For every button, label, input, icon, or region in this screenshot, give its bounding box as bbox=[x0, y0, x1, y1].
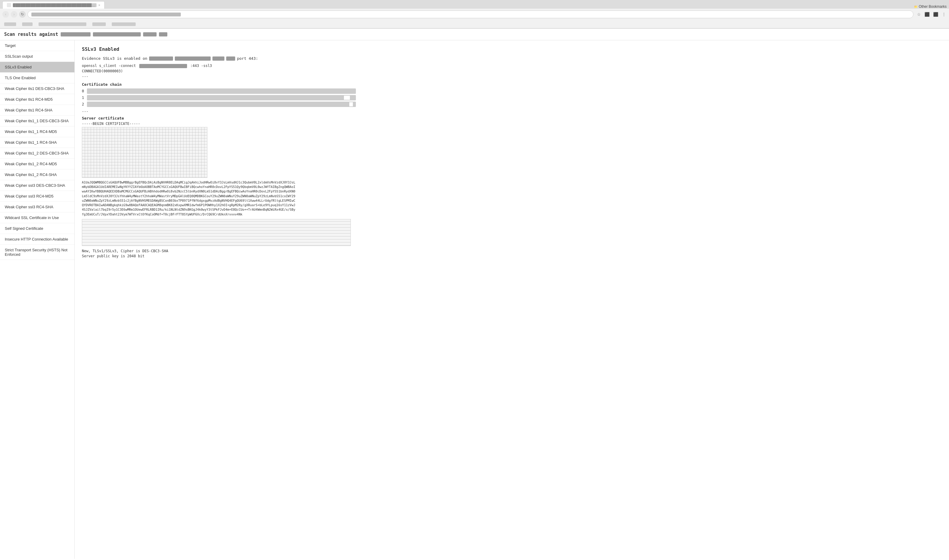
bookmark-item-3[interactable] bbox=[37, 22, 88, 26]
sidebar-item-hsts[interactable]: Strict Transport Security (HSTS) Not Enf… bbox=[0, 245, 74, 260]
scan-target-redacted-4 bbox=[159, 32, 167, 37]
evidence-target-2 bbox=[175, 57, 211, 61]
evidence-prefix: Evidence SSLv3 is enabled on bbox=[82, 56, 147, 61]
cert-text-block: A1UaJQQWMBQGCCsGAQUFBwMBBggrBgEFBQcDAjAz… bbox=[82, 180, 297, 217]
cert-chain-index-1: 1 bbox=[82, 95, 84, 100]
bookmark-item-5[interactable] bbox=[110, 22, 137, 26]
tab-close-icon[interactable]: × bbox=[98, 3, 100, 7]
sidebar-item-target[interactable]: Target bbox=[0, 40, 74, 51]
cert-image-block bbox=[82, 127, 208, 178]
scan-target-redacted-2 bbox=[93, 32, 141, 37]
bookmark-star-icon[interactable]: ☆ bbox=[917, 11, 921, 17]
toolbar-icons: ☆ ⬛ ⬛ ⋮ bbox=[917, 11, 947, 17]
evidence-target-3 bbox=[212, 57, 225, 61]
bookmark-item-4[interactable] bbox=[91, 22, 108, 26]
cert-bottom-block bbox=[82, 219, 351, 246]
cert-chain-row-0: 0 bbox=[82, 88, 942, 94]
scan-header-text: Scan results against bbox=[4, 32, 58, 37]
divider-line-2: --- bbox=[82, 109, 942, 114]
command-line: openssl s_client -connect :443 -ssl3 bbox=[82, 63, 942, 68]
content-area: Target SSLScan output SSLv3 Enabled TLS … bbox=[0, 40, 949, 559]
bookmark-item-1[interactable] bbox=[2, 22, 18, 26]
sidebar-item-weak-tls1-rc4sha[interactable]: Weak Cipher tls1 RC4-SHA bbox=[0, 105, 74, 115]
cert-chain-label: Certificate chain bbox=[82, 82, 942, 87]
reload-button[interactable]: ↻ bbox=[19, 11, 26, 18]
cert-chain-bar-0 bbox=[87, 88, 356, 94]
sidebar-item-sslv3-enabled[interactable]: SSLv3 Enabled bbox=[0, 62, 74, 72]
command-target-redacted bbox=[139, 64, 187, 68]
menu-icon[interactable]: ⋮ bbox=[941, 11, 947, 17]
bookmarks-bar bbox=[0, 20, 949, 28]
browser-chrome: ████████████████████████████████████████… bbox=[0, 0, 949, 29]
cert-chain-bar-1 bbox=[87, 95, 356, 100]
browser-toolbar: ‹ › ↻ ☆ ⬛ ⬛ ⋮ bbox=[0, 9, 949, 20]
sidebar-item-weak-tls1-rc4md5[interactable]: Weak Cipher tls1 RC4-MD5 bbox=[0, 94, 74, 105]
begin-cert: -----BEGIN CERTIFICATE----- bbox=[82, 122, 942, 126]
section-title: SSLv3 Enabled bbox=[82, 46, 942, 52]
sidebar-item-weak-ssl3-rc4md5[interactable]: Weak Cipher ssl3 RC4-MD5 bbox=[0, 191, 74, 202]
other-bookmarks[interactable]: 📁 Other Bookmarks bbox=[914, 5, 947, 9]
cert-chain-section: Certificate chain 0 1 2 bbox=[82, 82, 942, 107]
forward-button[interactable]: › bbox=[11, 11, 17, 18]
sidebar-item-wildcard-ssl[interactable]: Wildcard SSL Certificate in Use bbox=[0, 212, 74, 223]
back-button[interactable]: ‹ bbox=[2, 11, 9, 18]
sidebar-item-weak-ssl3-rc4sha[interactable]: Weak Cipher ssl3 RC4-SHA bbox=[0, 202, 74, 212]
cert-chain-row-2: 2 bbox=[82, 102, 942, 107]
scan-target-redacted-1 bbox=[61, 32, 91, 37]
cert-chain-index-0: 0 bbox=[82, 89, 84, 93]
bookmark-item-2[interactable] bbox=[20, 22, 34, 26]
sidebar-item-weak-tls11-des[interactable]: Weak Cipher tls1_1 DES-CBC3-SHA bbox=[0, 115, 74, 126]
active-tab[interactable]: ████████████████████████████████████████… bbox=[2, 1, 105, 9]
sidebar-item-weak-ssl3-des[interactable]: Weak Cipher ssl3 DES-CBC3-SHA bbox=[0, 180, 74, 191]
extensions-icon[interactable]: ⬛ bbox=[932, 11, 939, 17]
sidebar-item-tls-one-enabled[interactable]: TLS One Enabled bbox=[0, 72, 74, 83]
sidebar-item-weak-tls12-rc4md5[interactable]: Weak Cipher tls1_2 RC4-MD5 bbox=[0, 158, 74, 169]
cast-icon[interactable]: ⬛ bbox=[924, 11, 930, 17]
sidebar-item-self-signed[interactable]: Self Signed Certificate bbox=[0, 223, 74, 234]
sidebar-item-weak-tls11-rc4md5[interactable]: Weak Cipher tls1_1 RC4-MD5 bbox=[0, 126, 74, 137]
evidence-suffix: port 443: bbox=[237, 56, 258, 61]
tab-favicon bbox=[7, 3, 11, 7]
sidebar-item-sslscan-output[interactable]: SSLScan output bbox=[0, 51, 74, 62]
evidence-target-4 bbox=[226, 57, 235, 61]
other-bookmarks-label: Other Bookmarks bbox=[919, 5, 947, 9]
cert-chain-bar-2 bbox=[87, 102, 356, 107]
evidence-line: Evidence SSLv3 is enabled on port 443: bbox=[82, 56, 942, 61]
sidebar-item-weak-tls12-des[interactable]: Weak Cipher tls1_2 DES-CBC3-SHA bbox=[0, 148, 74, 158]
page-wrapper: Scan results against Target SSLScan outp… bbox=[0, 29, 949, 559]
sidebar-item-weak-tls1-des[interactable]: Weak Cipher tls1 DES-CBC3-SHA bbox=[0, 83, 74, 94]
address-text bbox=[31, 12, 181, 17]
cert-chain-index-2: 2 bbox=[82, 102, 84, 106]
scan-target-redacted-3 bbox=[143, 32, 157, 37]
cipher-info-line-1: New, TLSv1/SSLv3, Cipher is DES-CBC3-SHA bbox=[82, 249, 942, 253]
sidebar-item-insecure-http[interactable]: Insecure HTTP Connection Available bbox=[0, 234, 74, 245]
evidence-target-1 bbox=[149, 57, 173, 61]
cipher-info-line-2: Server public key is 2048 bit bbox=[82, 254, 942, 258]
server-cert-label: Server certificate bbox=[82, 116, 942, 120]
connected-line: CONNECTED(00000003) bbox=[82, 68, 942, 74]
main-panel: SSLv3 Enabled Evidence SSLv3 is enabled … bbox=[75, 40, 949, 559]
scan-header: Scan results against bbox=[0, 29, 949, 40]
cert-chain-row-1: 1 bbox=[82, 95, 942, 100]
tab-bar: ████████████████████████████████████████… bbox=[0, 0, 949, 9]
address-bar[interactable] bbox=[28, 11, 914, 18]
divider-line-1: --- bbox=[82, 74, 942, 79]
sidebar-item-weak-tls12-rc4sha[interactable]: Weak Cipher tls1_2 RC4-SHA bbox=[0, 169, 74, 180]
tab-title: ████████████████████████████████████████ bbox=[13, 3, 97, 7]
command-block: openssl s_client -connect :443 -ssl3 CON… bbox=[82, 63, 942, 79]
sidebar-item-weak-tls11-rc4sha[interactable]: Weak Cipher tls1_1 RC4-SHA bbox=[0, 137, 74, 148]
sidebar: Target SSLScan output SSLv3 Enabled TLS … bbox=[0, 40, 75, 559]
